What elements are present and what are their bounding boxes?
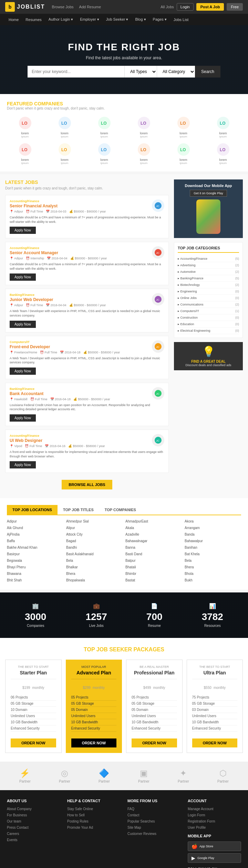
company-item[interactable]: LO lorem ipsum [165, 142, 202, 165]
location-item[interactable]: Bahawalpur [185, 538, 241, 544]
footer-link[interactable]: Careers [7, 832, 19, 836]
apply-button[interactable]: Apply Now [10, 461, 36, 468]
order-button[interactable]: ORDER NOW [71, 738, 117, 747]
category-item[interactable]: ▸ Advertising(2) [178, 262, 239, 269]
footer-link[interactable]: Promote Your Ad [67, 826, 93, 829]
job-title[interactable]: Front-end Developer [10, 344, 164, 349]
category-item[interactable]: ▸ Engineering(0) [178, 288, 239, 295]
company-item[interactable]: LO lorem ipsum [46, 142, 83, 165]
nav-employer[interactable]: Employer ▾ [76, 14, 103, 25]
browse-all-button[interactable]: BROWSE ALL JOBS [62, 480, 112, 489]
location-item[interactable]: Begowala [7, 558, 63, 563]
google-play-badge[interactable]: ▶ Google Play [188, 853, 241, 863]
job-title[interactable]: Senior Financial Analyst [10, 204, 164, 208]
footer-link[interactable]: Manage Account [188, 807, 214, 811]
location-item[interactable]: Bastat [125, 578, 182, 583]
nav-home[interactable]: Home [5, 14, 22, 25]
company-item[interactable]: LO lorem ipsum [46, 115, 83, 138]
apply-button[interactable]: Apply Now [10, 273, 36, 281]
nav-pages[interactable]: Pages ▾ [149, 14, 170, 25]
company-item[interactable]: LO lorem ipsum [126, 142, 162, 165]
location-item[interactable]: Bahawalnagar [125, 538, 182, 544]
location-item[interactable]: Adipur [7, 519, 63, 524]
footer-link[interactable]: Press Contact [7, 826, 29, 829]
category-item[interactable]: ▸ Biotechnology(2) [178, 282, 239, 288]
location-item[interactable]: Bela [66, 558, 123, 563]
location-item[interactable]: Bhit Shah [7, 578, 63, 583]
tab-titles[interactable]: TOP JOB TITLES [58, 505, 99, 515]
app-store-badge[interactable]: 🍎 App Store [188, 841, 241, 851]
footer-link[interactable]: Our team [7, 819, 21, 823]
category-select[interactable]: All Category [157, 66, 195, 78]
company-item[interactable]: LO lorem ipsum [86, 142, 122, 165]
location-item[interactable]: Bakhe Ahmad Khan [7, 545, 63, 550]
footer-link[interactable]: FAQ [127, 807, 134, 811]
location-item[interactable]: Bat Khela [185, 551, 241, 557]
location-item[interactable]: Alipur [66, 525, 123, 530]
location-item[interactable]: Baffa [7, 538, 63, 544]
category-item[interactable]: ▸ Online Jobs(0) [178, 295, 239, 301]
type-select[interactable]: All Types [124, 66, 157, 78]
apply-button[interactable]: Apply Now [10, 414, 36, 422]
post-job-button[interactable]: Post A Job [196, 3, 224, 11]
location-item[interactable]: Bhera [66, 571, 123, 576]
location-item[interactable]: Banna [125, 545, 182, 550]
apply-button[interactable]: Apply Now [10, 368, 36, 375]
company-item[interactable]: LO lorem ipsum [7, 142, 43, 165]
location-item[interactable]: Banihan [185, 545, 241, 550]
category-item[interactable]: ▸ Electrical Engineering(0) [178, 328, 239, 334]
location-item[interactable]: Bhopakwala [66, 578, 123, 583]
footer-link[interactable]: User Profile [188, 826, 206, 829]
nav-job-seeker[interactable]: Job Seeker ▾ [103, 14, 132, 25]
location-item[interactable]: Bagad [66, 538, 123, 544]
footer-link[interactable]: About Company [7, 807, 32, 811]
category-item[interactable]: ▸ Automotive(2) [178, 269, 239, 275]
browse-jobs-link[interactable]: Browse Jobs [52, 5, 74, 9]
footer-link[interactable]: Contact [127, 813, 139, 817]
location-item[interactable]: Akala [125, 525, 182, 530]
company-item[interactable]: LO lorem ipsum [126, 115, 162, 138]
nav-blog[interactable]: Blog ▾ [132, 14, 149, 25]
order-button[interactable]: ORDER NOW [11, 738, 56, 747]
order-button[interactable]: ORDER NOW [132, 738, 177, 747]
category-item[interactable]: ▸ Banking/Finance(5) [178, 275, 239, 282]
order-button[interactable]: ORDER NOW [192, 738, 238, 747]
job-title[interactable]: Bank Accountant [10, 391, 164, 396]
location-item[interactable]: Attock City [66, 532, 123, 537]
location-item[interactable]: Bhola [185, 571, 241, 576]
tab-companies[interactable]: TOP COMPANIES [99, 505, 142, 515]
location-item[interactable]: Bhimbr [125, 571, 182, 576]
category-item[interactable]: ▸ Computers/IT(1) [178, 308, 239, 314]
location-item[interactable]: Bhalkar [66, 565, 123, 570]
location-item[interactable]: AjPindia [7, 532, 63, 537]
location-item[interactable]: Aik Ghund [7, 525, 63, 530]
location-item[interactable]: Bhera [185, 565, 241, 570]
company-item[interactable]: LO lorem ipsum [86, 115, 122, 138]
location-item[interactable]: Bela [185, 558, 241, 563]
location-item[interactable]: Basit Aulakhanaid [66, 551, 123, 557]
footer-link[interactable]: Events [7, 838, 18, 842]
company-item[interactable]: LO lorem ipsum [205, 115, 241, 138]
footer-link[interactable]: How to Sell [67, 813, 85, 817]
apply-button[interactable]: Apply Now [10, 321, 36, 328]
footer-link[interactable]: For Business [7, 813, 27, 817]
company-item[interactable]: LO lorem ipsum [165, 115, 202, 138]
location-item[interactable]: Bandhi [66, 545, 123, 550]
nav-jobs-list[interactable]: Jobs List [170, 14, 192, 25]
google-play-button[interactable]: Get it on Google Play [190, 190, 227, 197]
job-title[interactable]: UI Web Designer [10, 438, 164, 443]
location-item[interactable]: Bukh [185, 578, 241, 583]
location-item[interactable]: Banda [185, 532, 241, 537]
location-item[interactable]: Arrangam [185, 525, 241, 530]
login-button[interactable]: Login [177, 3, 194, 11]
location-item[interactable]: Basti Dand [125, 551, 182, 557]
footer-link[interactable]: Customer Reviews [127, 832, 156, 836]
nav-resumes[interactable]: Resumes [22, 14, 45, 25]
footer-link[interactable]: Stay Safe Online [67, 807, 93, 811]
location-item[interactable]: Batpur [125, 558, 182, 563]
nav-author-login[interactable]: Author Login ▾ [45, 14, 76, 25]
job-title[interactable]: Senior Account Manager [10, 250, 164, 255]
location-item[interactable]: Azadville [125, 532, 182, 537]
location-item[interactable]: Ahmedpur Sial [66, 519, 123, 524]
location-item[interactable]: Bhatali [125, 565, 182, 570]
